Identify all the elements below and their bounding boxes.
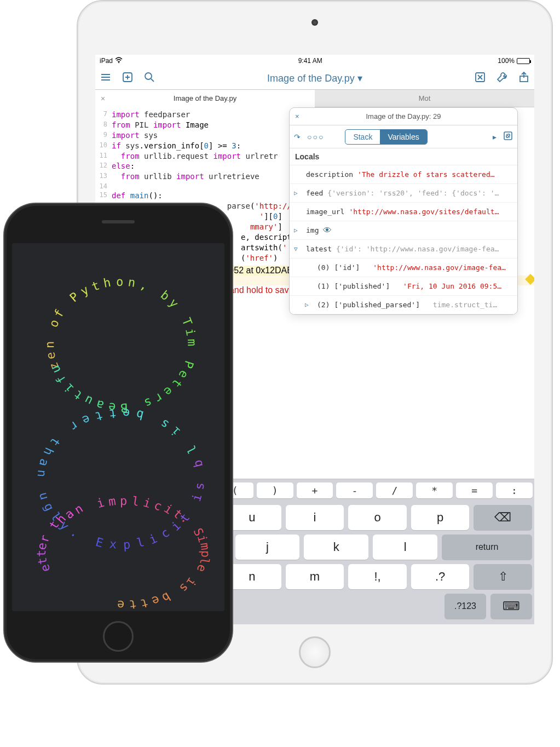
locals-header: Locals — [290, 148, 517, 165]
debug-segment[interactable]: Stack Variables — [345, 129, 427, 145]
status-bar: iPad 9:41 AM 100% — [95, 55, 534, 67]
close-run-icon[interactable] — [474, 71, 486, 85]
iphone-home-button[interactable] — [103, 621, 134, 652]
iphone-screen: zen of Python, by Tim Peters Beautiful i… — [12, 243, 224, 611]
tab-label: Mot — [419, 94, 431, 102]
variable-row[interactable]: description'The drizzle of stars scatter… — [290, 165, 517, 184]
battery-icon — [517, 58, 530, 64]
variable-row[interactable]: ▷img👁 — [290, 221, 517, 240]
keyboard-key[interactable]: k — [304, 535, 368, 560]
keyboard-key[interactable]: !, — [348, 564, 407, 589]
tab-label: Image of the Day.py — [174, 94, 236, 102]
expand-icon[interactable] — [503, 131, 513, 142]
ipad-home-button[interactable] — [299, 636, 331, 668]
share-icon[interactable] — [518, 71, 530, 85]
debugger-title-bar: × Image of the Day.py: 29 — [290, 108, 517, 125]
shortcut-key[interactable]: = — [456, 482, 493, 498]
keyboard-key[interactable]: .? — [411, 564, 470, 589]
zen-canvas: zen of Python, by Tim Peters Beautiful i… — [12, 243, 224, 611]
keyboard-key[interactable]: l — [373, 535, 437, 560]
menu-icon[interactable] — [100, 71, 112, 85]
shortcut-key[interactable]: ) — [257, 482, 293, 498]
debugger-panel[interactable]: × Image of the Day.py: 29 ↷ ○○○ Stack Va… — [289, 107, 518, 315]
battery-text: 100% — [498, 57, 515, 65]
wrench-icon[interactable] — [496, 71, 508, 85]
debugger-toolbar: ↷ ○○○ Stack Variables ▸ — [290, 125, 517, 148]
iphone-frame: zen of Python, by Tim Peters Beautiful i… — [3, 203, 233, 663]
wifi-icon — [115, 57, 123, 65]
tab-active[interactable]: × Image of the Day.py — [95, 90, 315, 107]
keyboard-key[interactable]: .?123 — [444, 594, 486, 619]
tab-close-icon[interactable]: × — [101, 94, 105, 103]
document-title[interactable]: Image of the Day.py ▾ — [165, 72, 464, 84]
keyboard-key[interactable]: ⌫ — [474, 505, 532, 530]
keyboard-key[interactable]: j — [235, 535, 300, 560]
breakpoints-icon[interactable]: ○○○ — [307, 133, 324, 141]
ipad-camera — [311, 19, 318, 26]
tab-other[interactable]: Mot — [315, 90, 534, 107]
shortcut-key[interactable]: * — [416, 482, 453, 498]
shortcut-key[interactable]: + — [297, 482, 333, 498]
variable-child-row[interactable]: (1) ['published'] 'Fri, 10 Jun 2016 09:5… — [290, 277, 517, 296]
search-icon[interactable] — [143, 71, 155, 85]
step-return-icon[interactable]: ↷ — [294, 133, 301, 141]
variable-row[interactable]: ▽latest{'id': 'http://www.nasa.gov/image… — [290, 240, 517, 258]
clock: 9:41 AM — [298, 57, 322, 65]
keyboard-key[interactable]: p — [411, 505, 470, 530]
shortcut-key[interactable]: - — [336, 482, 373, 498]
variable-child-row[interactable]: ▷(2) ['published_parsed'] time.struct_ti… — [290, 296, 517, 314]
debugger-title: Image of the Day.py: 29 — [366, 112, 441, 120]
keyboard-key[interactable]: ⇧ — [474, 564, 532, 589]
keyboard-key[interactable]: m — [286, 564, 344, 589]
keyboard-key[interactable]: ⌨ — [490, 594, 532, 619]
keyboard-key[interactable]: o — [348, 505, 407, 530]
add-icon[interactable] — [122, 71, 134, 85]
continue-icon[interactable]: ▸ — [493, 133, 497, 141]
device-label: iPad — [100, 57, 113, 65]
variable-row[interactable]: image_url'http://www.nasa.gov/sites/defa… — [290, 203, 517, 221]
keyboard-key[interactable]: i — [286, 505, 344, 530]
seg-variables[interactable]: Variables — [380, 130, 426, 144]
tab-bar: × Image of the Day.py Mot — [95, 90, 534, 107]
keyboard-key[interactable]: return — [442, 535, 532, 560]
seg-stack[interactable]: Stack — [345, 130, 380, 144]
variable-child-row[interactable]: (0) ['id'] 'http://www.nasa.gov/image-fe… — [290, 258, 517, 277]
iphone-speaker — [102, 220, 135, 223]
variable-row[interactable]: ▷feed{'version': 'rss20', 'feed': {'docs… — [290, 184, 517, 203]
svg-point-2 — [145, 73, 152, 79]
debugger-close-icon[interactable]: × — [295, 112, 299, 120]
shortcut-key[interactable]: : — [496, 482, 533, 498]
shortcut-key[interactable]: / — [376, 482, 413, 498]
main-toolbar: Image of the Day.py ▾ — [95, 67, 534, 90]
svg-point-0 — [118, 62, 119, 63]
